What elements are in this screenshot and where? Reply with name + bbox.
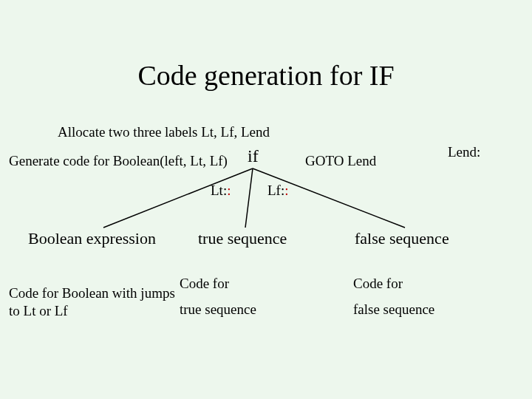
- edge-to-false: [253, 168, 405, 228]
- slide: Code generation for IF Allocate two thre…: [0, 0, 532, 399]
- tree-diagram: [0, 0, 532, 399]
- edge-to-boolean: [103, 168, 253, 228]
- edge-to-true: [245, 168, 253, 228]
